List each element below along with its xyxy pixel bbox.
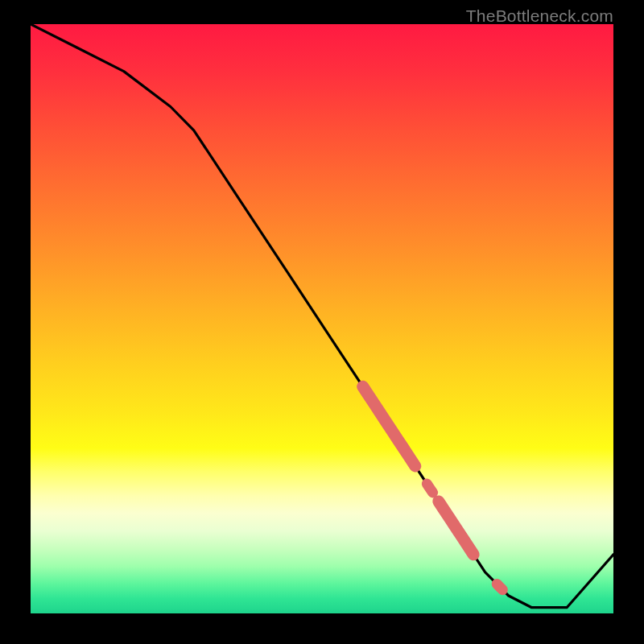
watermark-text: TheBottleneck.com	[466, 6, 613, 26]
marker-dense-lower	[439, 502, 473, 555]
chart-frame: TheBottleneck.com	[0, 0, 644, 644]
marker-dense-upper	[363, 386, 415, 466]
bottleneck-curve	[31, 24, 613, 613]
marker-dot-min	[497, 584, 502, 589]
marker-dot-mid	[427, 484, 432, 493]
plot-area	[31, 24, 613, 613]
